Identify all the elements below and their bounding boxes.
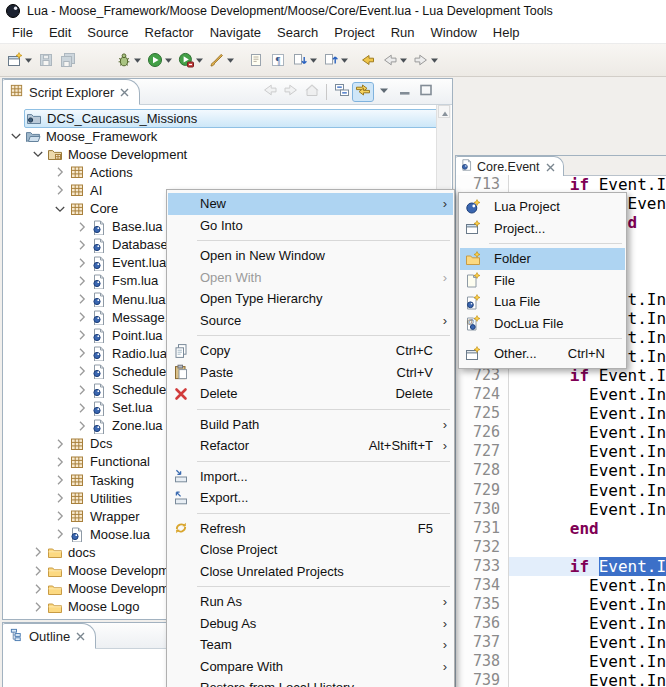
menu-item-lua-file[interactable]: Lua File bbox=[460, 291, 625, 313]
chevron-closed-icon[interactable] bbox=[74, 219, 90, 235]
menubar-item-search[interactable]: Search bbox=[269, 23, 326, 42]
chevron-closed-icon[interactable] bbox=[74, 309, 90, 325]
menu-item-lua-project[interactable]: Lua Project bbox=[460, 196, 625, 218]
code-line-738[interactable]: 738 Event.Ini bbox=[456, 652, 666, 671]
code-line-728[interactable]: 728 Event.Ini bbox=[456, 461, 666, 480]
menu-item-build-path[interactable]: Build Path› bbox=[168, 414, 453, 436]
show-whitespace-button[interactable]: ¶ bbox=[268, 48, 288, 72]
chevron-closed-icon[interactable] bbox=[30, 617, 46, 618]
menu-item-team[interactable]: Team› bbox=[168, 634, 453, 656]
code-line-729[interactable]: 729 Event.Ini bbox=[456, 481, 666, 500]
menubar-item-edit[interactable]: Edit bbox=[41, 23, 79, 42]
code-line-732[interactable]: 732 bbox=[456, 538, 666, 557]
chevron-closed-icon[interactable] bbox=[52, 454, 68, 470]
code-line-731[interactable]: 731 end bbox=[456, 519, 666, 538]
code-line-739[interactable]: 739 Event.Ini bbox=[456, 671, 666, 687]
chevron-open-icon[interactable] bbox=[30, 146, 46, 162]
code-line-737[interactable]: 737 Event.Ini bbox=[456, 633, 666, 652]
chevron-closed-icon[interactable] bbox=[74, 273, 90, 289]
tab-outline[interactable]: Outline bbox=[3, 623, 96, 649]
menu-item-open-with[interactable]: Open With› bbox=[168, 267, 453, 289]
chevron-closed-icon[interactable] bbox=[30, 563, 46, 579]
menu-item-delete[interactable]: DeleteDelete bbox=[168, 383, 453, 405]
save-all-button[interactable] bbox=[58, 48, 78, 72]
collapse-all-button[interactable] bbox=[332, 83, 352, 101]
tab-core-event[interactable]: Core.Event bbox=[456, 156, 564, 176]
tree-item-moose-framework[interactable]: Moose_Framework bbox=[4, 127, 437, 145]
chevron-closed-icon[interactable] bbox=[74, 363, 90, 379]
menu-item-copy[interactable]: CopyCtrl+C bbox=[168, 340, 453, 362]
menu-item-file[interactable]: File bbox=[460, 270, 625, 292]
view-menu-button[interactable] bbox=[374, 83, 394, 101]
menubar-item-project[interactable]: Project bbox=[326, 23, 382, 42]
menu-item-other[interactable]: Other...Ctrl+N bbox=[460, 343, 625, 365]
chevron-closed-icon[interactable] bbox=[74, 255, 90, 271]
chevron-closed-icon[interactable] bbox=[52, 436, 68, 452]
menu-item-compare-with[interactable]: Compare With› bbox=[168, 656, 453, 678]
menu-item-doclua-file[interactable]: @DocLua File bbox=[460, 313, 625, 335]
menu-item-close-project[interactable]: Close Project bbox=[168, 539, 453, 561]
tree-item-moose-development[interactable]: Moose Development bbox=[4, 145, 437, 163]
view-forward-button[interactable] bbox=[281, 83, 301, 101]
menubar-item-navigate[interactable]: Navigate bbox=[202, 23, 269, 42]
chevron-closed-icon[interactable] bbox=[52, 508, 68, 524]
menubar-item-source[interactable]: Source bbox=[79, 23, 136, 42]
menu-item-folder[interactable]: Folder bbox=[460, 248, 625, 270]
mark-occurrences-button[interactable] bbox=[246, 48, 266, 72]
chevron-closed-icon[interactable] bbox=[52, 164, 68, 180]
menu-item-source[interactable]: Source› bbox=[168, 310, 453, 332]
chevron-closed-icon[interactable] bbox=[52, 490, 68, 506]
code-line-730[interactable]: 730 Event.Ini bbox=[456, 500, 666, 519]
forward-button[interactable] bbox=[411, 48, 440, 72]
menubar-item-file[interactable]: File bbox=[4, 23, 41, 42]
menu-item-debug-as[interactable]: Debug As› bbox=[168, 613, 453, 635]
debug-button[interactable] bbox=[114, 48, 143, 72]
menubar-item-window[interactable]: Window bbox=[423, 23, 485, 42]
chevron-closed-icon[interactable] bbox=[74, 327, 90, 343]
menu-item-go-into[interactable]: Go Into bbox=[168, 215, 453, 237]
code-line-724[interactable]: 724 Event.Ini bbox=[456, 385, 666, 404]
tree-item-actions[interactable]: Actions bbox=[4, 163, 437, 181]
code-line-733[interactable]: 733 if Event.Ini bbox=[456, 557, 666, 576]
chevron-open-icon[interactable] bbox=[52, 201, 68, 217]
menubar-item-refactor[interactable]: Refactor bbox=[137, 23, 202, 42]
chevron-closed-icon[interactable] bbox=[74, 237, 90, 253]
chevron-closed-icon[interactable] bbox=[74, 382, 90, 398]
menu-item-open-type-hierarchy[interactable]: Open Type Hierarchy bbox=[168, 288, 453, 310]
last-edit-location-button[interactable] bbox=[358, 48, 378, 72]
minimize-button[interactable] bbox=[395, 83, 415, 101]
menu-item-project[interactable]: Project... bbox=[460, 218, 625, 240]
menu-item-refactor[interactable]: RefactorAlt+Shift+T› bbox=[168, 435, 453, 457]
prev-annotation-button[interactable] bbox=[321, 48, 350, 72]
next-annotation-button[interactable] bbox=[290, 48, 319, 72]
chevron-closed-icon[interactable] bbox=[30, 581, 46, 597]
code-line-736[interactable]: 736 Event.Ini bbox=[456, 614, 666, 633]
chevron-closed-icon[interactable] bbox=[74, 400, 90, 416]
chevron-closed-icon[interactable] bbox=[30, 544, 46, 560]
code-line-735[interactable]: 735 Event.Ini bbox=[456, 595, 666, 614]
link-editor-button[interactable] bbox=[353, 83, 373, 101]
close-icon[interactable] bbox=[546, 158, 555, 176]
close-icon[interactable] bbox=[76, 627, 85, 645]
chevron-closed-icon[interactable] bbox=[30, 599, 46, 615]
chevron-open-icon[interactable] bbox=[8, 128, 24, 144]
save-button[interactable] bbox=[36, 48, 56, 72]
menu-item-close-unrelated-projects[interactable]: Close Unrelated Projects bbox=[168, 561, 453, 583]
menu-item-import[interactable]: Import... bbox=[168, 466, 453, 488]
maximize-button[interactable] bbox=[416, 83, 436, 101]
back-button[interactable] bbox=[380, 48, 409, 72]
code-line-727[interactable]: 727 Event.Ini bbox=[456, 442, 666, 461]
chevron-closed-icon[interactable] bbox=[74, 418, 90, 434]
tree-item-dcs-caucasus-missions[interactable]: DCS_Caucasus_Missions bbox=[4, 109, 437, 127]
menu-item-paste[interactable]: PasteCtrl+V bbox=[168, 362, 453, 384]
tab-script-explorer[interactable]: Script Explorer bbox=[3, 79, 140, 105]
menu-item-run-as[interactable]: Run As› bbox=[168, 591, 453, 613]
chevron-closed-icon[interactable] bbox=[74, 291, 90, 307]
code-line-723[interactable]: 723 if Event.Ini bbox=[456, 366, 666, 385]
close-icon[interactable] bbox=[120, 83, 129, 101]
menu-item-export[interactable]: Export... bbox=[168, 487, 453, 509]
run-external-button[interactable] bbox=[176, 48, 205, 72]
code-line-725[interactable]: 725 Event.Ini bbox=[456, 404, 666, 423]
scroll-up-icon[interactable] bbox=[438, 105, 450, 118]
menu-item-restore-from-local-history[interactable]: Restore from Local History... bbox=[168, 677, 453, 687]
